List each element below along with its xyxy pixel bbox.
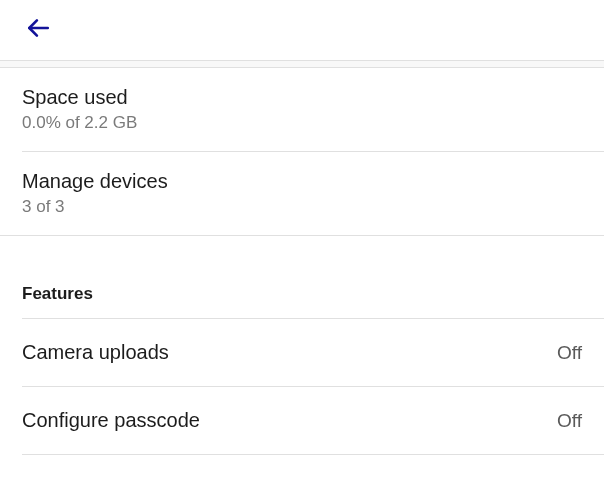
configure-passcode-value: Off [557,410,582,432]
camera-uploads-row[interactable]: Camera uploads Off [0,319,604,386]
features-section-header: Features [0,284,604,318]
camera-uploads-value: Off [557,342,582,364]
header [0,0,604,60]
section-gap [0,236,604,284]
space-used-row[interactable]: Space used 0.0% of 2.2 GB [0,68,604,151]
camera-uploads-label: Camera uploads [22,341,169,364]
space-used-title: Space used [22,86,582,109]
divider [22,454,604,455]
manage-devices-row[interactable]: Manage devices 3 of 3 [0,152,604,235]
configure-passcode-row[interactable]: Configure passcode Off [0,387,604,454]
divider [0,60,604,68]
configure-passcode-label: Configure passcode [22,409,200,432]
space-used-subtitle: 0.0% of 2.2 GB [22,113,582,133]
back-button[interactable] [24,16,52,44]
manage-devices-title: Manage devices [22,170,582,193]
manage-devices-subtitle: 3 of 3 [22,197,582,217]
arrow-left-icon [25,15,51,45]
